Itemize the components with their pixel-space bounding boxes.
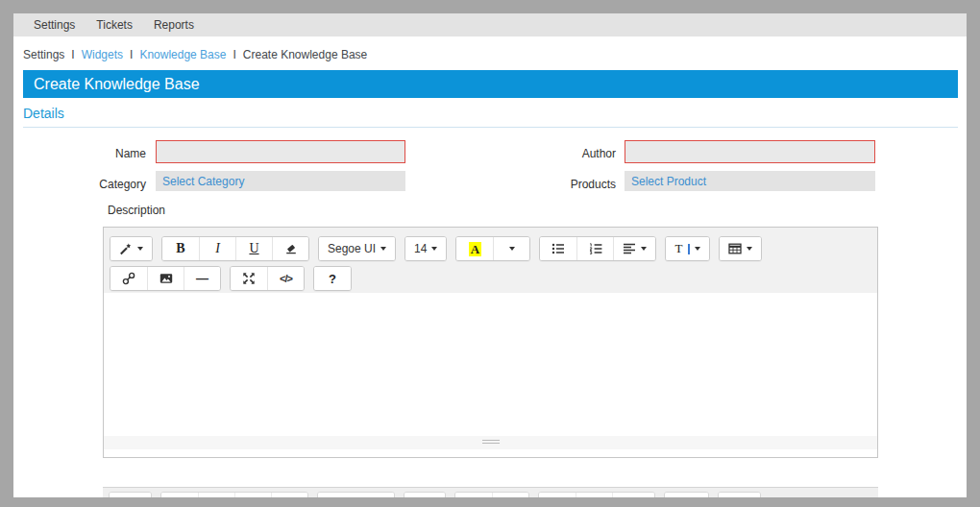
page-title: Create Knowledge Base xyxy=(34,76,200,93)
author-label: Author xyxy=(527,147,616,160)
page: SettingsTicketsReports SettingsIWidgetsI… xyxy=(13,13,967,497)
text-height-ibeam-icon xyxy=(688,244,690,254)
table-button[interactable] xyxy=(720,237,761,260)
chevron-down-icon xyxy=(431,247,437,251)
ordered-list-button[interactable] xyxy=(576,237,613,260)
editor-content-area[interactable] xyxy=(104,293,877,436)
font-family-glyph: Segoe UI xyxy=(328,242,376,255)
name-label: Name xyxy=(58,147,146,160)
align-left-icon xyxy=(623,242,636,255)
toolbar-row: —</>? xyxy=(110,266,871,291)
details-section-heading: Details xyxy=(23,106,958,128)
toolbar-button-group: BIU xyxy=(161,236,309,261)
eraser-icon xyxy=(284,242,298,255)
bold-glyph: B xyxy=(176,241,184,256)
chevron-down-icon xyxy=(509,247,515,251)
toolbar-row: BIUSegoe UI14AT xyxy=(110,236,871,261)
category-placeholder: Select Category xyxy=(162,175,244,188)
page-title-bar: Create Knowledge Base xyxy=(23,70,958,98)
unordered-list-button[interactable] xyxy=(540,237,576,260)
second-editor-clipped: BIUSegoe UI14AT xyxy=(103,487,878,497)
toolbar-button-group: A xyxy=(455,236,530,261)
description-label: Description xyxy=(108,204,223,217)
toolbar-button-group: T xyxy=(665,236,710,261)
insert-link-button[interactable] xyxy=(110,267,147,290)
toolbar-button-group xyxy=(110,236,153,261)
category-select[interactable]: Select Category xyxy=(156,171,405,191)
nav-item-reports[interactable]: Reports xyxy=(154,18,194,32)
style-button[interactable] xyxy=(110,237,152,260)
font-color-glyph: A xyxy=(469,242,481,256)
italic-button[interactable]: I xyxy=(199,237,235,260)
breadcrumb-separator: I xyxy=(233,48,235,61)
code-view-glyph: </> xyxy=(280,273,292,284)
fullscreen-icon xyxy=(242,272,256,285)
toolbar-button-group: Segoe UI xyxy=(318,236,396,261)
category-label: Category xyxy=(58,178,146,191)
toolbar-button-group: — xyxy=(110,266,221,291)
underline-button[interactable]: U xyxy=(235,237,272,260)
horizontal-rule-button[interactable]: — xyxy=(184,267,220,290)
screenshot-frame: SettingsTicketsReports SettingsIWidgetsI… xyxy=(0,0,980,507)
font-color-button[interactable]: A xyxy=(456,237,493,260)
font-size-glyph: 14 xyxy=(414,242,427,255)
nav-item-settings[interactable]: Settings xyxy=(34,18,75,32)
description-editor: BIUSegoe UI14AT—</>? xyxy=(103,227,878,458)
table-icon xyxy=(728,242,742,255)
products-placeholder: Select Product xyxy=(631,175,706,188)
products-label: Products xyxy=(527,178,616,191)
breadcrumb-item-knowledge-base[interactable]: Knowledge Base xyxy=(139,48,226,61)
font-family-button[interactable]: Segoe UI xyxy=(319,237,395,260)
code-view-button[interactable]: </> xyxy=(267,267,304,290)
clear-formatting-button[interactable] xyxy=(272,237,308,260)
toolbar-button-group xyxy=(539,236,656,261)
horizontal-rule-glyph: — xyxy=(196,274,208,283)
editor-toolbar: BIUSegoe UI14AT—</>? xyxy=(104,228,877,302)
author-input[interactable] xyxy=(625,140,875,163)
chevron-down-icon xyxy=(695,247,700,251)
chevron-down-icon xyxy=(641,247,647,251)
help-glyph: ? xyxy=(329,272,336,286)
line-height-button[interactable]: T xyxy=(666,237,709,260)
font-size-button[interactable]: 14 xyxy=(405,237,446,260)
italic-glyph: I xyxy=(215,241,220,256)
bold-button[interactable]: B xyxy=(162,237,199,260)
toolbar-button-group: ? xyxy=(313,266,352,291)
toolbar-button-group xyxy=(719,236,762,261)
top-navbar: SettingsTicketsReports xyxy=(13,13,967,36)
resize-grip-icon xyxy=(482,440,500,446)
editor-resize-bar[interactable] xyxy=(104,436,877,449)
breadcrumb-item-settings: Settings xyxy=(23,48,64,61)
breadcrumb-separator: I xyxy=(130,48,133,61)
second-editor-toolbar: BIUSegoe UI14AT xyxy=(103,488,878,497)
ordered-list-icon xyxy=(589,242,602,255)
toolbar-button-group: 14 xyxy=(404,236,447,261)
paragraph-align-button[interactable] xyxy=(613,237,655,260)
details-label: Details xyxy=(23,106,64,121)
picture-icon xyxy=(159,272,173,285)
breadcrumb: SettingsIWidgetsIKnowledge BaseICreate K… xyxy=(23,48,367,61)
underline-glyph: U xyxy=(249,241,258,256)
frame-bottom-bar xyxy=(0,497,980,507)
nav-item-tickets[interactable]: Tickets xyxy=(96,18,133,32)
font-color-more-button[interactable] xyxy=(493,237,529,260)
fullscreen-button[interactable] xyxy=(231,267,267,290)
link-icon xyxy=(122,272,135,285)
help-button[interactable]: ? xyxy=(314,267,351,290)
magic-wand-icon xyxy=(119,242,133,255)
toolbar-button-group: </> xyxy=(230,266,305,291)
breadcrumb-item-create-knowledge-base: Create Knowledge Base xyxy=(243,48,367,61)
name-input[interactable] xyxy=(156,140,405,163)
products-select[interactable]: Select Product xyxy=(625,171,875,191)
unordered-list-icon xyxy=(551,242,565,255)
chevron-down-icon xyxy=(137,247,143,251)
breadcrumb-item-widgets[interactable]: Widgets xyxy=(82,48,123,61)
line-height-glyph: T xyxy=(674,241,682,256)
insert-picture-button[interactable] xyxy=(147,267,184,290)
breadcrumb-separator: I xyxy=(71,48,74,61)
chevron-down-icon xyxy=(747,247,752,251)
chevron-down-icon xyxy=(380,247,386,251)
